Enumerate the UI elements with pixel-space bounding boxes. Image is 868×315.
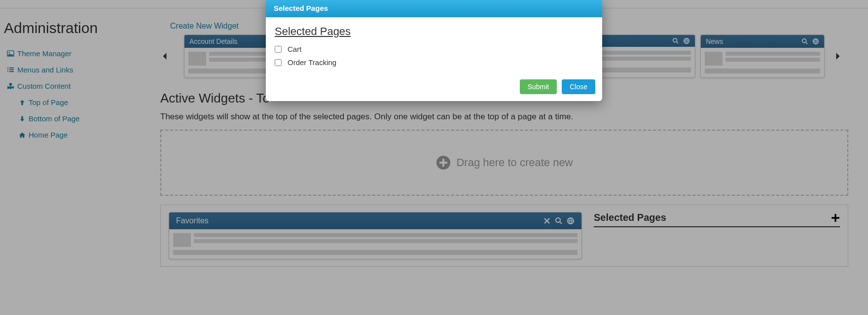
modal-overlay[interactable]: Selected Pages Selected Pages Cart Order… xyxy=(0,0,868,315)
checkbox-order-tracking[interactable] xyxy=(275,59,282,66)
modal-header: Selected Pages xyxy=(266,0,602,17)
modal-option-order-tracking[interactable]: Order Tracking xyxy=(275,58,593,67)
modal-option-label: Order Tracking xyxy=(288,58,336,67)
modal-option-label: Cart xyxy=(288,45,301,53)
close-button[interactable]: Close xyxy=(562,79,595,94)
modal-body-title: Selected Pages xyxy=(275,25,593,38)
checkbox-cart[interactable] xyxy=(275,46,282,53)
submit-button[interactable]: Submit xyxy=(520,79,557,94)
modal-option-cart[interactable]: Cart xyxy=(275,45,593,53)
modal-footer: Submit Close xyxy=(266,74,602,101)
selected-pages-modal: Selected Pages Selected Pages Cart Order… xyxy=(266,0,602,101)
modal-body: Selected Pages Cart Order Tracking xyxy=(266,17,602,74)
